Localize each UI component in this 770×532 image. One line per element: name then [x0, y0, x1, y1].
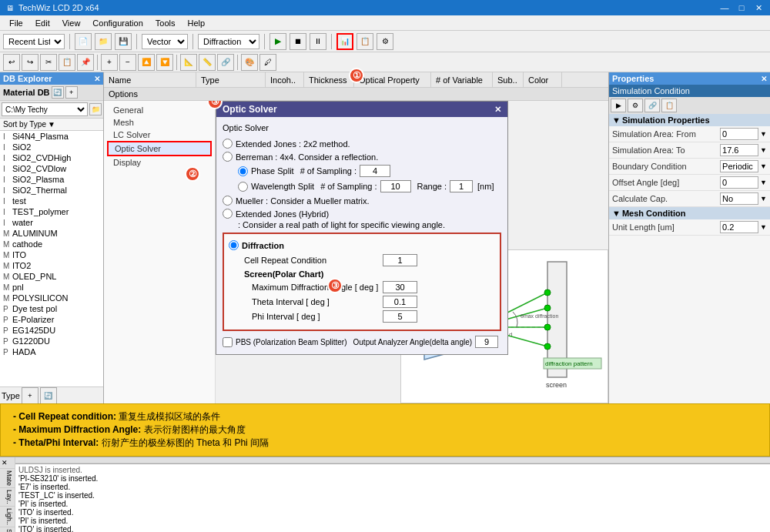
radio-diffraction[interactable]	[229, 240, 239, 250]
wave-sampling-input[interactable]	[380, 180, 411, 192]
open-btn[interactable]: 📁	[95, 33, 112, 50]
t2-btn14[interactable]: 🖊	[259, 54, 276, 71]
db-item-sio2[interactable]: ISiO2	[0, 142, 103, 152]
theta-input[interactable]	[383, 296, 417, 308]
radio-phase-split[interactable]	[238, 166, 248, 176]
save-btn[interactable]: 💾	[115, 33, 132, 50]
db-item-cathode[interactable]: Mcathode	[0, 239, 103, 249]
db-item-sio2low[interactable]: ISiO2_CVDlow	[0, 163, 103, 174]
nav-lcsolver[interactable]: LC Solver	[107, 129, 212, 141]
nav-general[interactable]: General	[107, 104, 212, 116]
db-item-aluminum[interactable]: MALUMINUM	[0, 228, 103, 239]
output-angle-input[interactable]	[475, 336, 498, 348]
stop-btn[interactable]: ⏹	[290, 33, 306, 50]
t2-btn12[interactable]: 🔗	[217, 54, 234, 71]
new-btn[interactable]: 📄	[75, 33, 92, 50]
db-item-ito[interactable]: MITO	[0, 249, 103, 260]
menu-edit[interactable]: Edit	[29, 17, 56, 29]
menu-help[interactable]: Help	[181, 17, 211, 29]
db-item-epol[interactable]: PE-Polarizer	[0, 314, 103, 325]
sim-to-dropdown[interactable]: ▼	[760, 146, 767, 154]
t2-btn3[interactable]: ✂	[40, 54, 57, 71]
phi-input[interactable]	[383, 310, 417, 323]
output-resize-bar[interactable]	[15, 457, 770, 463]
prop-btn1[interactable]: ▶	[611, 99, 626, 112]
recent-list-combo[interactable]: Recent List	[3, 34, 65, 49]
nav-opticsolver[interactable]: Optic Solver	[107, 141, 212, 156]
highlight-btn2[interactable]: 📋	[357, 33, 373, 50]
db-item-water[interactable]: Iwater	[0, 217, 103, 228]
db-refresh[interactable]: 🔄	[52, 86, 64, 99]
db-item-g1220[interactable]: PG1220DU	[0, 336, 103, 346]
db-close[interactable]: ✕	[94, 75, 100, 83]
db-item-sio2thermal[interactable]: ISiO2_Thermal	[0, 185, 103, 196]
boundary-dropdown[interactable]: ▼	[760, 162, 767, 170]
panel-close[interactable]: ✕	[494, 105, 501, 115]
db-item-oled[interactable]: MOLED_PNL	[0, 271, 103, 282]
db-browse[interactable]: 📁	[89, 103, 102, 115]
sim-area-from-value[interactable]: 0	[720, 128, 758, 140]
menu-configuration[interactable]: Configuration	[86, 17, 149, 29]
db-item-polysilicon[interactable]: MPOLYSILICON	[0, 293, 103, 303]
cell-repeat-input[interactable]	[383, 254, 417, 266]
sim-area-to-value[interactable]: 17.6	[720, 144, 758, 156]
db-item-pnl[interactable]: Mpnl	[0, 282, 103, 293]
t2-btn4[interactable]: 📋	[59, 54, 75, 71]
menu-tools[interactable]: Tools	[149, 17, 182, 29]
db-item-si4n4[interactable]: ISi4N4_Plasma	[0, 131, 103, 142]
calc-cap-dropdown[interactable]: ▼	[760, 195, 767, 202]
prop-btn3[interactable]: 🔗	[644, 99, 660, 112]
db-add[interactable]: +	[65, 86, 78, 99]
db-bottom-btn1[interactable]: +	[22, 387, 38, 404]
pbs-checkbox[interactable]	[223, 337, 233, 347]
db-item-testpolymer[interactable]: ITEST_polymer	[0, 206, 103, 217]
radio-wave-split[interactable]	[238, 182, 248, 192]
highlight-btn1[interactable]: 📊	[336, 33, 353, 50]
prop-btn2[interactable]: ⚙	[628, 99, 643, 112]
sim-from-dropdown[interactable]: ▼	[760, 130, 767, 138]
db-item-sio2plasma[interactable]: ISiO2_Plasma	[0, 174, 103, 185]
radio-berreman[interactable]	[223, 152, 233, 162]
t2-btn5[interactable]: 📌	[77, 54, 94, 71]
boundary-value[interactable]: Periodic	[720, 160, 758, 172]
pause-btn[interactable]: ⏸	[310, 33, 326, 50]
db-path-combo[interactable]: C:\My Techy	[2, 102, 88, 116]
t2-btn13[interactable]: 🎨	[241, 54, 258, 71]
vector-combo[interactable]: Vector	[142, 34, 188, 49]
range-input[interactable]	[450, 180, 473, 192]
db-item-dye[interactable]: PDye test pol	[0, 303, 103, 314]
offset-value[interactable]: 0	[720, 176, 758, 189]
t2-btn6[interactable]: +	[101, 54, 118, 71]
side-tab-mate[interactable]: Mate	[0, 469, 15, 488]
db-bottom-btn2[interactable]: 🔄	[40, 387, 57, 404]
db-item-ito2[interactable]: MITO2	[0, 260, 103, 271]
db-item-eg1425[interactable]: PEG1425DU	[0, 325, 103, 336]
max-angle-input[interactable]	[383, 281, 417, 293]
t2-btn8[interactable]: 🔼	[138, 54, 155, 71]
unit-length-value[interactable]: 0.2	[720, 221, 758, 233]
side-tab-x[interactable]: ✕	[0, 457, 15, 469]
close-btn[interactable]: ✕	[753, 3, 764, 13]
calc-cap-value[interactable]: No	[720, 192, 758, 205]
maximize-btn[interactable]: □	[736, 3, 747, 13]
radio-hybrid[interactable]	[223, 209, 233, 219]
t2-btn9[interactable]: 🔽	[156, 54, 173, 71]
side-tab-ligh[interactable]: Ligh..	[0, 507, 15, 527]
offset-dropdown[interactable]: ▼	[760, 179, 767, 186]
t2-btn7[interactable]: −	[119, 54, 136, 71]
unit-dropdown[interactable]: ▼	[760, 223, 767, 231]
t2-btn10[interactable]: 📐	[180, 54, 197, 71]
run-btn[interactable]: ▶	[270, 33, 286, 50]
settings-btn[interactable]: ⚙	[377, 33, 393, 50]
properties-close[interactable]: ✕	[761, 75, 767, 83]
t2-btn1[interactable]: ↩	[3, 54, 20, 71]
minimize-btn[interactable]: —	[719, 3, 730, 13]
side-tab-lay[interactable]: Lay..	[0, 488, 15, 507]
menu-view[interactable]: View	[56, 17, 87, 29]
prop-btn4[interactable]: 📋	[661, 99, 677, 112]
db-item-sio2high[interactable]: ISiO2_CVDHigh	[0, 152, 103, 163]
radio-mueller[interactable]	[223, 196, 233, 206]
radio-extended-jones[interactable]	[223, 139, 233, 149]
menu-file[interactable]: File	[3, 17, 29, 29]
db-item-hada[interactable]: PHADA	[0, 346, 103, 357]
